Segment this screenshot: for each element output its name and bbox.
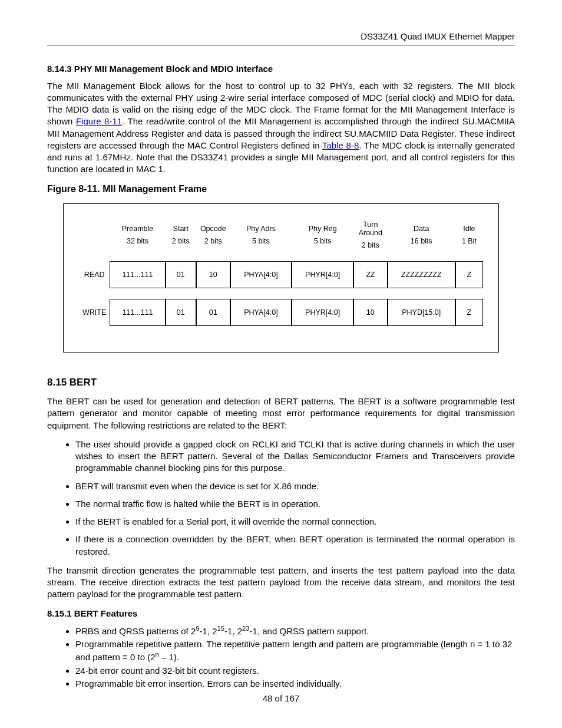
- mii-write-row: WRITE 111...111 01 01 PHYA[4:0] PHYR[4:0…: [79, 299, 483, 326]
- heading-8-14-3: 8.14.3 PHY MII Management Block and MDIO…: [47, 63, 515, 75]
- col-blank: [79, 219, 110, 251]
- cell: 10: [353, 299, 388, 326]
- cell: PHYA[4:0]: [230, 299, 292, 326]
- cell: 111...111: [110, 299, 165, 326]
- list-item: 24-bit error count and 32-bit bit count …: [75, 665, 515, 677]
- cell: ZZ: [353, 261, 388, 288]
- page: DS33Z41 Quad IMUX Ethernet Mapper 8.14.3…: [0, 0, 562, 728]
- mii-frame-box: Preamble32 bits Start2 bits Opcode2 bits…: [63, 203, 499, 353]
- mii-read-row: READ 111...111 01 10 PHYA[4:0] PHYR[4:0]…: [79, 261, 483, 288]
- mii-frame-table: Preamble32 bits Start2 bits Opcode2 bits…: [79, 219, 483, 326]
- cell: PHYR[4:0]: [292, 299, 353, 326]
- header-rule: [47, 45, 515, 45]
- heading-8-15-1: 8.15.1 BERT Features: [47, 608, 515, 620]
- list-item: Programmable bit error insertion. Errors…: [75, 678, 515, 690]
- list-item: Programmable repetitive pattern. The rep…: [75, 638, 515, 664]
- cell: 01: [196, 299, 230, 326]
- para-8-15-intro: The BERT can be used for generation and …: [47, 396, 515, 431]
- mii-header-row: Preamble32 bits Start2 bits Opcode2 bits…: [79, 219, 483, 251]
- cell: 111...111: [110, 261, 165, 288]
- list-item: BERT will transmit even when the device …: [75, 480, 515, 492]
- para-8-14-3: The MII Management Block allows for the …: [47, 80, 515, 176]
- col-phy-adrs: Phy Adrs5 bits: [230, 219, 292, 251]
- list-item: If there is a connection overridden by t…: [75, 533, 515, 558]
- list-item: PRBS and QRSS patterns of 29-1, 215-1, 2…: [75, 624, 515, 637]
- bert-features-list: PRBS and QRSS patterns of 29-1, 215-1, 2…: [47, 624, 515, 690]
- row-label-read: READ: [79, 261, 110, 288]
- cell: 01: [166, 261, 196, 288]
- col-preamble: Preamble32 bits: [110, 219, 165, 251]
- link-table-8-8[interactable]: Table 8-8: [322, 140, 359, 150]
- col-opcode: Opcode2 bits: [196, 219, 230, 251]
- cell: Z: [455, 261, 483, 288]
- para-8-15-end: The transmit direction generates the pro…: [47, 565, 515, 601]
- doc-title: DS33Z41 Quad IMUX Ethernet Mapper: [47, 31, 515, 42]
- heading-8-15: 8.15 BERT: [47, 376, 515, 390]
- cell: PHYD[15:0]: [388, 299, 455, 326]
- bert-restrictions-list: The user should provide a gapped clock o…: [47, 439, 515, 558]
- page-number: 48 of 167: [0, 693, 562, 704]
- col-phy-reg: Phy Reg5 bits: [292, 219, 353, 251]
- cell: 01: [166, 299, 196, 326]
- row-label-write: WRITE: [79, 299, 110, 326]
- list-item: If the BERT is enabled for a Serial port…: [75, 516, 515, 528]
- col-idle: Idle1 Bit: [455, 219, 483, 251]
- figure-caption: Figure 8-11. MII Management Frame: [47, 183, 515, 196]
- cell: 10: [196, 261, 230, 288]
- cell: ZZZZZZZZZ: [388, 261, 455, 288]
- cell: PHYA[4:0]: [230, 261, 292, 288]
- col-turnaround: Turn Around2 bits: [353, 219, 388, 251]
- col-data: Data16 bits: [388, 219, 455, 251]
- cell: PHYR[4:0]: [292, 261, 353, 288]
- col-start: Start2 bits: [166, 219, 196, 251]
- list-item: The normal traffic flow is halted while …: [75, 498, 515, 510]
- list-item: The user should provide a gapped clock o…: [75, 439, 515, 475]
- cell: Z: [455, 299, 483, 326]
- link-figure-8-11[interactable]: Figure 8-11: [76, 116, 122, 126]
